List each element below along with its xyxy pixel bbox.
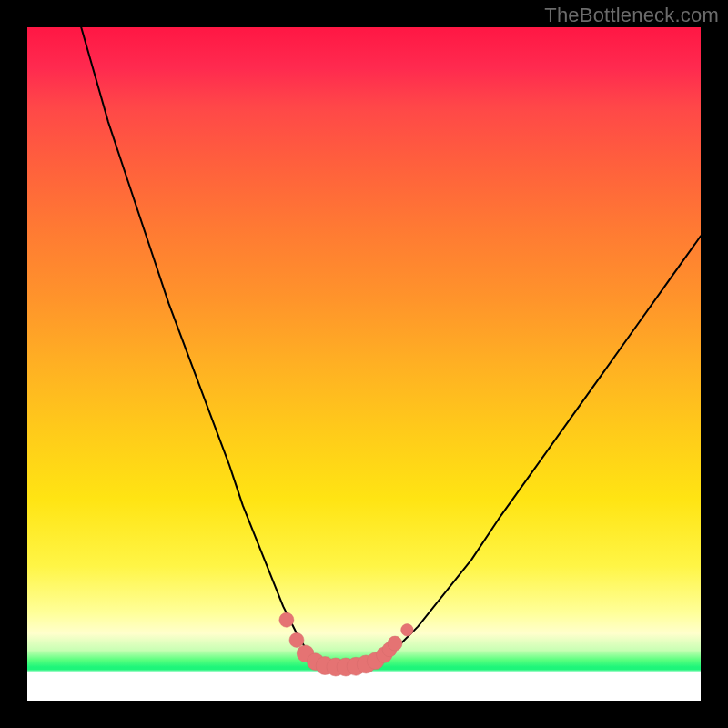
watermark-text: TheBottleneck.com bbox=[544, 4, 719, 27]
curve-marker bbox=[289, 632, 304, 647]
chart-frame: TheBottleneck.com bbox=[0, 0, 728, 728]
curve-marker bbox=[388, 636, 402, 651]
curve-markers bbox=[279, 612, 413, 676]
chart-svg bbox=[27, 27, 701, 701]
plot-area bbox=[27, 27, 701, 701]
curve-marker bbox=[279, 612, 294, 627]
curve-marker bbox=[401, 624, 413, 636]
bottleneck-curve bbox=[81, 27, 701, 667]
